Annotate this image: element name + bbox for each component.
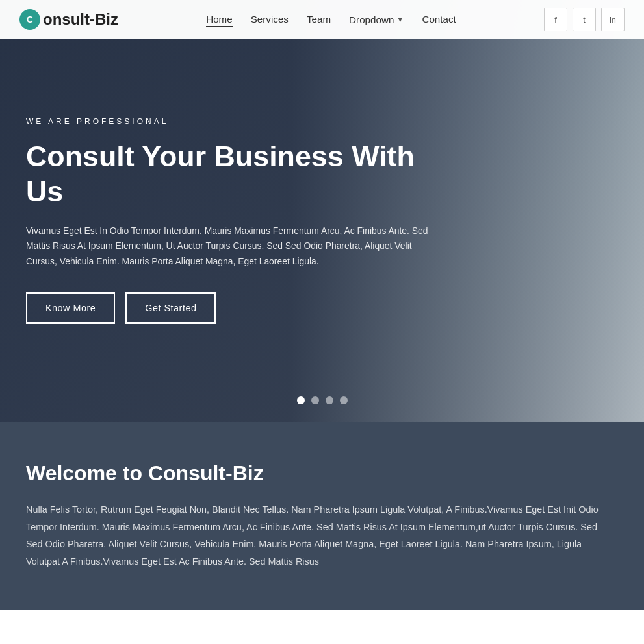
welcome-text: Nulla Felis Tortor, Rutrum Eget Feugiat … — [26, 501, 611, 571]
hero-description: Vivamus Eget Est In Odio Tempor Interdum… — [26, 224, 429, 270]
navbar: C onsult-Biz Home Services Team Dropdown… — [0, 0, 644, 39]
hero-buttons: Know More Get Started — [26, 292, 429, 324]
logo[interactable]: C onsult-Biz — [19, 9, 118, 30]
chevron-down-icon: ▼ — [396, 16, 404, 23]
nav-link-home[interactable]: Home — [206, 14, 233, 27]
nav-item-contact[interactable]: Contact — [422, 14, 456, 25]
hero-title: Consult Your Business With Us — [26, 139, 429, 209]
hero-section: WE ARE PROFESSIONAL Consult Your Busines… — [0, 0, 644, 422]
nav-item-dropdown[interactable]: Dropdown ▼ — [349, 14, 404, 25]
nav-link-services[interactable]: Services — [251, 14, 289, 25]
linkedin-button[interactable]: in — [601, 8, 625, 31]
welcome-section: Welcome to Consult-Biz Nulla Felis Torto… — [0, 422, 644, 610]
nav-item-team[interactable]: Team — [307, 14, 331, 25]
slider-dot-1[interactable] — [297, 396, 305, 404]
nav-links: Home Services Team Dropdown ▼ Contact — [206, 14, 456, 25]
slider-dot-2[interactable] — [311, 396, 319, 404]
twitter-icon: t — [583, 15, 586, 25]
welcome-title: Welcome to Consult-Biz — [26, 461, 618, 485]
nav-link-team[interactable]: Team — [307, 14, 331, 25]
get-started-button[interactable]: Get Started — [125, 292, 216, 324]
nav-item-services[interactable]: Services — [251, 14, 289, 25]
logo-icon: C — [19, 9, 40, 30]
nav-item-home[interactable]: Home — [206, 14, 233, 25]
logo-text: onsult-Biz — [43, 10, 118, 29]
nav-link-contact[interactable]: Contact — [422, 14, 456, 25]
slider-dot-3[interactable] — [326, 396, 333, 404]
nav-link-dropdown[interactable]: Dropdown ▼ — [349, 14, 404, 25]
twitter-button[interactable]: t — [573, 8, 596, 31]
know-more-button[interactable]: Know More — [26, 292, 115, 324]
slider-dots — [297, 396, 348, 404]
slider-dot-4[interactable] — [340, 396, 348, 404]
hero-tagline: WE ARE PROFESSIONAL — [26, 117, 429, 126]
facebook-button[interactable]: f — [544, 8, 567, 31]
social-icons: f t in — [544, 8, 625, 31]
linkedin-icon: in — [610, 15, 616, 25]
facebook-icon: f — [554, 15, 557, 25]
hero-content: WE ARE PROFESSIONAL Consult Your Busines… — [0, 0, 455, 324]
